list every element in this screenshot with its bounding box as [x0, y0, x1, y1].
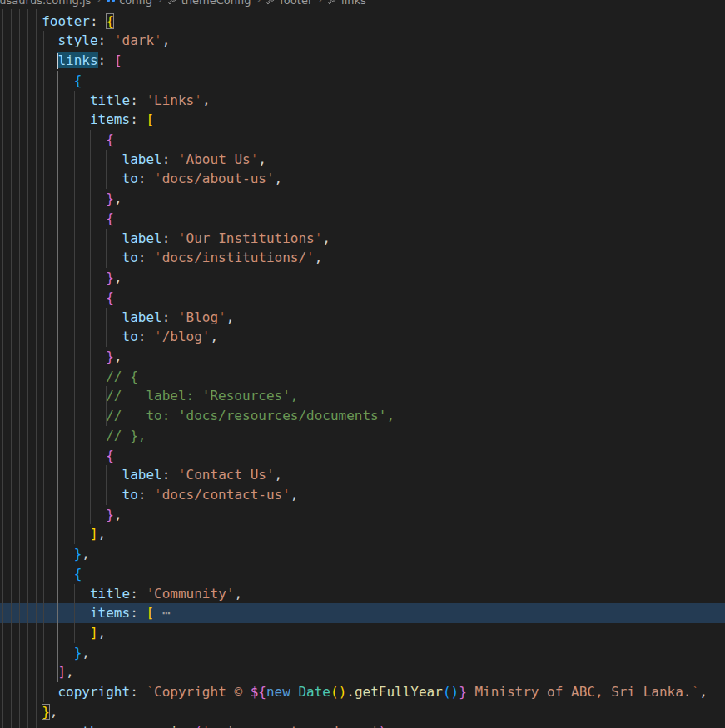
- breadcrumb-item-label: links: [341, 0, 366, 7]
- token: // label: 'Resources',: [106, 388, 298, 404]
- code-editor[interactable]: }, footer: { style: 'dark', links: [ { t…: [0, 0, 725, 728]
- token: [138, 111, 146, 127]
- token: [2, 230, 122, 246]
- breadcrumb-item-links[interactable]: links: [328, 0, 366, 7]
- token: Copyright ©: [154, 684, 251, 700]
- token: :: [122, 724, 131, 728]
- token: ]: [90, 625, 98, 641]
- token: :: [130, 684, 138, 700]
- token: ': [114, 32, 122, 48]
- token: label: [122, 310, 162, 325]
- code-line-4[interactable]: {: [0, 71, 725, 91]
- code-line-22[interactable]: // },: [0, 426, 725, 446]
- code-line-32[interactable]: ],: [0, 623, 725, 643]
- token: [2, 310, 122, 325]
- token: ': [202, 724, 211, 728]
- token: }: [459, 684, 467, 700]
- token: :: [138, 250, 146, 265]
- code-line-15[interactable]: {: [0, 288, 725, 308]
- token: require: [138, 724, 194, 728]
- token: to: [122, 250, 138, 265]
- breadcrumb-item-docusaurus.config.js[interactable]: docusaurus.config.js: [0, 0, 91, 7]
- code-line-29[interactable]: {: [0, 564, 725, 584]
- token: :: [162, 467, 171, 483]
- code-line-26[interactable]: },: [0, 505, 725, 525]
- object-icon-dot: [112, 0, 115, 2]
- token: `: [146, 684, 154, 700]
- token: [146, 487, 154, 503]
- code-line-37[interactable]: theme: require('prism-react-renderer'),: [0, 722, 725, 728]
- code-line-35[interactable]: copyright: `Copyright © ${new Date().get…: [0, 682, 725, 702]
- code-line-28[interactable]: },: [0, 544, 725, 564]
- token: to: [122, 171, 138, 186]
- token: [2, 645, 74, 661]
- code-line-25[interactable]: to: 'docs/contact-us',: [0, 485, 725, 505]
- wrench-icon: [328, 0, 337, 5]
- token: [2, 566, 74, 582]
- breadcrumb-item-themeConfig[interactable]: themeConfig: [168, 0, 251, 7]
- breadcrumb[interactable]: docusaurus.config.js›config›themeConfig›…: [0, 0, 725, 9]
- token: }: [106, 349, 114, 364]
- code-line-23[interactable]: {: [0, 446, 725, 466]
- code-line-14[interactable]: },: [0, 268, 725, 288]
- code-line-12[interactable]: label: 'Our Institutions',: [0, 229, 725, 249]
- code-line-9[interactable]: to: 'docs/about-us',: [0, 169, 725, 189]
- token: .: [346, 684, 355, 700]
- code-line-6[interactable]: items: [: [0, 110, 725, 130]
- token: ': [154, 329, 162, 344]
- token: :: [130, 605, 138, 621]
- code-line-31[interactable]: items: [ ⋯: [0, 603, 725, 623]
- token: [138, 605, 146, 621]
- token: ': [146, 92, 154, 108]
- code-line-11[interactable]: {: [0, 209, 725, 229]
- token: [2, 131, 106, 147]
- token: docs/institutions/: [162, 250, 306, 265]
- token: [2, 32, 57, 48]
- code-line-16[interactable]: label: 'Blog',: [0, 308, 725, 328]
- code-line-8[interactable]: label: 'About Us',: [0, 150, 725, 170]
- code-line-17[interactable]: to: '/blog',: [0, 327, 725, 347]
- code-line-36[interactable]: },: [0, 702, 725, 722]
- code-line-3[interactable]: links: [: [0, 51, 725, 71]
- code-line-5[interactable]: title: 'Links',: [0, 91, 725, 111]
- code-line-20[interactable]: // label: 'Resources',: [0, 386, 725, 406]
- token: Community: [154, 586, 226, 602]
- code-line-19[interactable]: // {: [0, 367, 725, 387]
- breadcrumb-item-footer[interactable]: footer: [266, 0, 312, 7]
- token: [2, 448, 106, 463]
- code-line-18[interactable]: },: [0, 347, 725, 367]
- token: {: [74, 566, 82, 582]
- token: ,: [202, 92, 211, 108]
- token: items: [90, 605, 130, 621]
- code-lines[interactable]: }, footer: { style: 'dark', links: [ { t…: [0, 0, 725, 728]
- token: ': [266, 467, 275, 483]
- code-line-10[interactable]: },: [0, 189, 725, 209]
- code-line-21[interactable]: // to: 'docs/resources/documents',: [0, 406, 725, 426]
- code-line-33[interactable]: },: [0, 643, 725, 663]
- token: [130, 724, 138, 728]
- code-line-27[interactable]: ],: [0, 524, 725, 544]
- token: [106, 52, 114, 68]
- object-icon-dot: [107, 0, 110, 2]
- breadcrumb-items: docusaurus.config.js›config›themeConfig›…: [0, 0, 366, 9]
- token: copyright: [57, 684, 130, 700]
- code-line-2[interactable]: style: 'dark',: [0, 31, 725, 51]
- breadcrumb-separator: ›: [97, 0, 101, 6]
- token: [2, 13, 42, 29]
- code-line-13[interactable]: to: 'docs/institutions/',: [0, 248, 725, 268]
- code-line-7[interactable]: {: [0, 130, 725, 150]
- token: title: [90, 92, 130, 108]
- token: [2, 349, 106, 364]
- token: ]: [90, 526, 98, 542]
- code-line-24[interactable]: label: 'Contact Us',: [0, 465, 725, 485]
- token: [2, 467, 122, 483]
- token: ': [202, 329, 211, 344]
- breadcrumb-item-config[interactable]: config: [107, 0, 152, 7]
- code-line-34[interactable]: ],: [0, 662, 725, 682]
- token: prism-react-renderer: [211, 724, 371, 728]
- breadcrumb-separator: ›: [158, 0, 162, 6]
- token: ,: [162, 32, 171, 48]
- code-line-1[interactable]: footer: {: [0, 12, 725, 32]
- token: [2, 507, 106, 522]
- code-line-30[interactable]: title: 'Community',: [0, 584, 725, 604]
